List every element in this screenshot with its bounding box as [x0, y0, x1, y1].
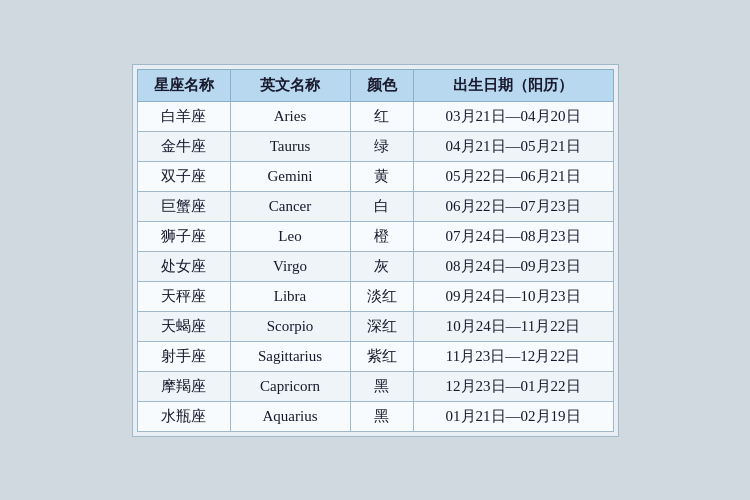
cell-color: 深红 [350, 311, 413, 341]
cell-en: Virgo [230, 251, 350, 281]
cell-color: 黑 [350, 401, 413, 431]
cell-cn: 水瓶座 [137, 401, 230, 431]
cell-color: 橙 [350, 221, 413, 251]
cell-cn: 天秤座 [137, 281, 230, 311]
header-en: 英文名称 [230, 69, 350, 101]
cell-en: Gemini [230, 161, 350, 191]
cell-color: 黄 [350, 161, 413, 191]
zodiac-table: 星座名称 英文名称 颜色 出生日期（阳历） 白羊座Aries红03月21日—04… [137, 69, 614, 432]
cell-cn: 天蝎座 [137, 311, 230, 341]
table-row: 狮子座Leo橙07月24日—08月23日 [137, 221, 613, 251]
table-row: 金牛座Taurus绿04月21日—05月21日 [137, 131, 613, 161]
cell-date: 06月22日—07月23日 [413, 191, 613, 221]
cell-en: Scorpio [230, 311, 350, 341]
cell-en: Libra [230, 281, 350, 311]
table-row: 巨蟹座Cancer白06月22日—07月23日 [137, 191, 613, 221]
cell-color: 灰 [350, 251, 413, 281]
cell-color: 红 [350, 101, 413, 131]
table-row: 摩羯座Capricorn黑12月23日—01月22日 [137, 371, 613, 401]
table-row: 双子座Gemini黄05月22日—06月21日 [137, 161, 613, 191]
table-row: 处女座Virgo灰08月24日—09月23日 [137, 251, 613, 281]
cell-en: Leo [230, 221, 350, 251]
cell-date: 04月21日—05月21日 [413, 131, 613, 161]
cell-en: Aries [230, 101, 350, 131]
zodiac-table-container: 星座名称 英文名称 颜色 出生日期（阳历） 白羊座Aries红03月21日—04… [132, 64, 619, 437]
cell-color: 白 [350, 191, 413, 221]
cell-en: Cancer [230, 191, 350, 221]
cell-color: 绿 [350, 131, 413, 161]
table-row: 天秤座Libra淡红09月24日—10月23日 [137, 281, 613, 311]
table-row: 白羊座Aries红03月21日—04月20日 [137, 101, 613, 131]
cell-cn: 射手座 [137, 341, 230, 371]
cell-cn: 双子座 [137, 161, 230, 191]
table-header-row: 星座名称 英文名称 颜色 出生日期（阳历） [137, 69, 613, 101]
cell-cn: 白羊座 [137, 101, 230, 131]
cell-date: 11月23日—12月22日 [413, 341, 613, 371]
header-date: 出生日期（阳历） [413, 69, 613, 101]
cell-cn: 金牛座 [137, 131, 230, 161]
cell-cn: 巨蟹座 [137, 191, 230, 221]
table-row: 天蝎座Scorpio深红10月24日—11月22日 [137, 311, 613, 341]
cell-cn: 摩羯座 [137, 371, 230, 401]
cell-color: 黑 [350, 371, 413, 401]
cell-date: 09月24日—10月23日 [413, 281, 613, 311]
cell-date: 10月24日—11月22日 [413, 311, 613, 341]
cell-en: Sagittarius [230, 341, 350, 371]
header-color: 颜色 [350, 69, 413, 101]
cell-en: Aquarius [230, 401, 350, 431]
table-row: 水瓶座Aquarius黑01月21日—02月19日 [137, 401, 613, 431]
header-cn: 星座名称 [137, 69, 230, 101]
cell-date: 08月24日—09月23日 [413, 251, 613, 281]
cell-date: 03月21日—04月20日 [413, 101, 613, 131]
cell-date: 07月24日—08月23日 [413, 221, 613, 251]
cell-color: 淡红 [350, 281, 413, 311]
cell-date: 12月23日—01月22日 [413, 371, 613, 401]
cell-date: 01月21日—02月19日 [413, 401, 613, 431]
table-row: 射手座Sagittarius紫红11月23日—12月22日 [137, 341, 613, 371]
cell-cn: 处女座 [137, 251, 230, 281]
cell-color: 紫红 [350, 341, 413, 371]
cell-cn: 狮子座 [137, 221, 230, 251]
cell-date: 05月22日—06月21日 [413, 161, 613, 191]
cell-en: Taurus [230, 131, 350, 161]
cell-en: Capricorn [230, 371, 350, 401]
